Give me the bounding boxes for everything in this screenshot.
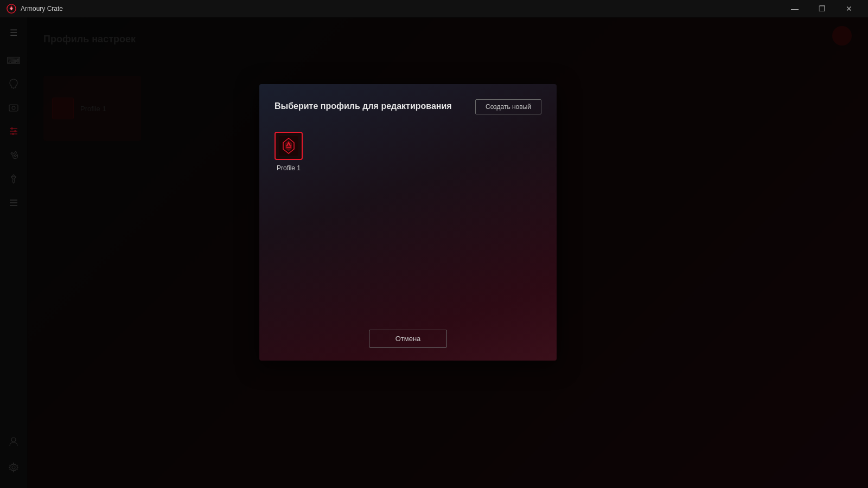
close-button[interactable]: ✕ xyxy=(837,0,861,17)
dialog-header: Выберите профиль для редактирования Созд… xyxy=(275,99,541,114)
dialog-footer: Отмена xyxy=(275,321,541,348)
minimize-button[interactable]: — xyxy=(782,0,807,17)
profile-item[interactable]: Profile 1 xyxy=(275,132,303,321)
dialog-title: Выберите профиль для редактирования xyxy=(275,99,452,111)
app-title: Armoury Crate xyxy=(21,5,782,12)
profiles-grid: Profile 1 xyxy=(275,132,541,321)
create-new-button[interactable]: Создать новый xyxy=(475,99,541,114)
asus-profile-icon xyxy=(279,136,298,156)
window-controls: — ❐ ✕ xyxy=(782,0,861,17)
profile-select-dialog: Выберите профиль для редактирования Созд… xyxy=(259,84,557,361)
cancel-button[interactable]: Отмена xyxy=(369,330,448,348)
app-icon xyxy=(7,4,16,14)
title-bar: Armoury Crate — ❐ ✕ xyxy=(0,0,868,17)
maximize-button[interactable]: ❐ xyxy=(809,0,834,17)
profile-name: Profile 1 xyxy=(277,164,301,172)
profile-icon-wrapper xyxy=(275,132,303,160)
